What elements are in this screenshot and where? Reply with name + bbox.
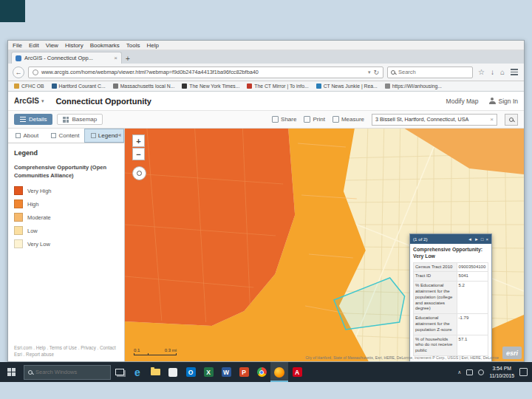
file-explorer-button[interactable] — [146, 362, 164, 382]
zoom-in-button[interactable]: + — [132, 134, 145, 147]
bookmark-item[interactable]: CT News Junkie | Rea... — [316, 83, 378, 89]
new-tab-button[interactable]: + — [122, 53, 134, 64]
bookmark-item[interactable]: The CT Mirror | To info... — [247, 83, 308, 89]
popup-prev-icon[interactable]: ◄ — [468, 237, 472, 242]
tab-title: ArcGIS - Connecticut Opp... — [24, 55, 111, 61]
bookmark-item[interactable]: CFHC OB — [14, 83, 44, 89]
popup-pager: (1 of 2) — [413, 236, 428, 242]
sidebar-tabs: About Content Legend — [8, 129, 124, 143]
chrome-button[interactable] — [253, 362, 270, 382]
modify-map-link[interactable]: Modify Map — [446, 98, 479, 105]
task-view-button[interactable] — [111, 362, 129, 382]
arcgis-brand[interactable]: ArcGIS ▾ — [14, 97, 44, 105]
sidebar-footer-links[interactable]: Esri.com . Help . Terms of Use . Privacy… — [8, 344, 124, 361]
menu-file[interactable]: File — [13, 42, 22, 49]
basemap-button[interactable]: Basemap — [57, 114, 103, 125]
menu-view[interactable]: View — [46, 42, 58, 49]
geocode-search-input[interactable]: 3 Bissell St, Hartford, Connecticut, USA… — [372, 114, 497, 126]
bookmark-item[interactable]: The New York Times... — [182, 83, 239, 89]
about-icon — [16, 133, 21, 138]
notification-center-icon[interactable] — [519, 368, 528, 376]
menu-tools[interactable]: Tools — [126, 42, 140, 49]
folder-icon — [151, 369, 160, 375]
menu-bookmarks[interactable]: Bookmarks — [90, 42, 120, 49]
start-button[interactable] — [0, 362, 22, 382]
acrobat-icon: A — [293, 367, 302, 377]
menu-hamburger-icon[interactable] — [511, 69, 518, 75]
download-icon[interactable]: ↓ — [491, 68, 494, 76]
measure-button[interactable]: Measure — [332, 116, 364, 123]
bookmark-favicon — [52, 83, 57, 89]
powerpoint-icon: P — [239, 367, 249, 377]
home-icon[interactable]: ⌂ — [500, 68, 505, 76]
menu-edit[interactable]: Edit — [29, 42, 39, 49]
powerpoint-button[interactable]: P — [235, 362, 253, 382]
chrome-icon — [257, 367, 267, 377]
default-extent-button[interactable] — [132, 166, 146, 180]
zoom-out-button[interactable]: − — [132, 148, 145, 160]
taskbar-clock[interactable]: 3:54 PM 11/10/2015 — [489, 365, 514, 378]
windows-logo-icon — [7, 368, 16, 376]
store-button[interactable] — [164, 362, 182, 382]
url-bar[interactable]: www.arcgis.com/home/webmap/viewer.html?w… — [28, 66, 383, 78]
feature-popup: (1 of 2) ◄ ► □ × Comprehensive Opportuni… — [409, 233, 492, 361]
sidebar-collapse-icon[interactable]: ◄ — [117, 132, 122, 137]
legend-swatch — [14, 239, 23, 248]
excel-button[interactable]: X — [200, 362, 217, 382]
table-row: % of households who do not receive publi… — [414, 335, 488, 355]
geocode-search-button[interactable] — [505, 114, 518, 126]
share-button[interactable]: Share — [272, 116, 296, 123]
legend-item: Moderate — [14, 213, 118, 222]
bookmark-star-icon[interactable]: ☆ — [478, 68, 485, 76]
table-row: Tract ID5041 — [414, 272, 488, 282]
menu-history[interactable]: History — [65, 42, 83, 49]
sign-in-link[interactable]: Sign In — [489, 98, 518, 105]
bookmark-item[interactable]: Massachusetts local N... — [113, 83, 175, 89]
popup-header[interactable]: (1 of 2) ◄ ► □ × — [410, 234, 491, 244]
extent-circle-icon — [137, 171, 142, 176]
clear-icon[interactable]: × — [490, 116, 494, 123]
bookmark-item[interactable]: https://Wl/anhousing... — [385, 83, 442, 89]
sidebar: About Content Legend ◄ Legend Comprehens… — [8, 129, 125, 361]
tab-close-icon[interactable]: × — [114, 55, 117, 61]
browser-search-box[interactable] — [387, 66, 473, 78]
system-tray: ∧ 3:54 PM 11/10/2015 — [457, 365, 532, 378]
search-icon — [509, 117, 514, 122]
outlook-button[interactable]: O — [182, 362, 200, 382]
basemap-grid-icon — [63, 117, 69, 123]
bookmark-favicon — [113, 83, 118, 89]
word-button[interactable]: W — [217, 362, 235, 382]
popup-next-icon[interactable]: ► — [474, 237, 479, 242]
windows-search-input[interactable] — [35, 369, 98, 375]
windows-search-box[interactable] — [24, 365, 111, 380]
popup-maximize-icon[interactable]: □ — [481, 237, 484, 242]
details-button[interactable]: Details — [14, 114, 52, 125]
map-toolbar: Details Basemap Share Print Measure 3 Bi… — [8, 111, 524, 129]
browser-window: File Edit View History Bookmarks Tools H… — [7, 40, 525, 362]
menu-help[interactable]: Help — [146, 42, 158, 49]
acrobat-button[interactable]: A — [288, 362, 306, 382]
firefox-button[interactable] — [270, 362, 288, 382]
reload-icon[interactable]: ↻ — [373, 69, 379, 76]
print-button[interactable]: Print — [304, 116, 324, 123]
popup-close-icon[interactable]: × — [485, 237, 488, 242]
map-canvas[interactable]: + − (1 of 2) ◄ ► □ × Comprehensiv — [125, 129, 524, 361]
bookmark-item[interactable]: Hartford Courant C... — [52, 83, 106, 89]
details-list-icon — [20, 117, 26, 122]
tray-caret-icon[interactable]: ∧ — [457, 369, 461, 375]
bookmarks-bar: CFHC OB Hartford Courant C... Massachuse… — [8, 81, 524, 92]
network-icon[interactable] — [466, 369, 473, 375]
volume-icon[interactable] — [478, 369, 484, 375]
scale-bar: 0.1 0.3 mi — [134, 348, 177, 355]
back-button[interactable]: ← — [13, 66, 24, 78]
tab-content[interactable]: Content — [47, 129, 85, 143]
browser-search-input[interactable] — [398, 69, 462, 75]
browser-tabbar: ArcGIS - Connecticut Opp... × + — [8, 50, 524, 64]
url-dropdown-icon[interactable]: ▾ — [368, 69, 371, 75]
tab-about[interactable]: About — [8, 129, 47, 143]
arcgis-header: ArcGIS ▾ Connecticut Opportunity Modify … — [8, 92, 524, 111]
edge-button[interactable]: e — [129, 362, 146, 382]
esri-logo: esri — [502, 347, 522, 359]
browser-tab[interactable]: ArcGIS - Connecticut Opp... × — [11, 52, 122, 64]
legend-icon — [91, 133, 96, 138]
